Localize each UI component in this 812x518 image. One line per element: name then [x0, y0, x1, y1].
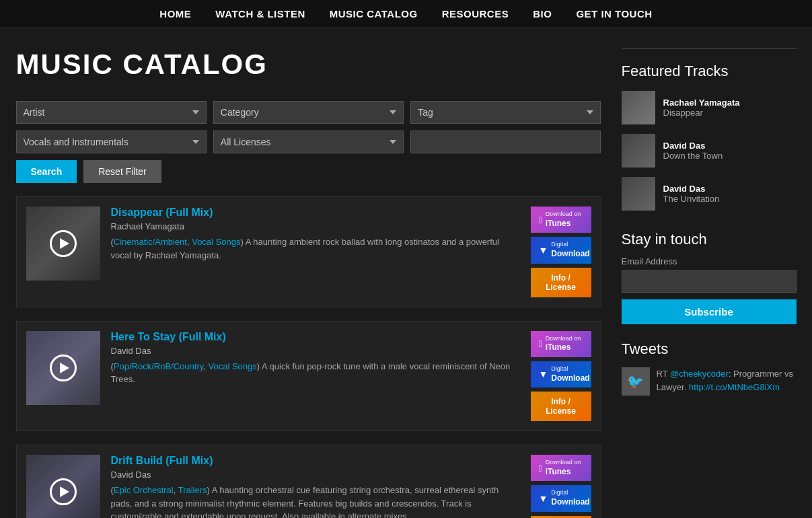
itunes-small-text: Download on	[546, 335, 581, 343]
category-filter[interactable]: Category	[213, 101, 404, 124]
itunes-small-text: Download on	[546, 459, 581, 467]
track-tag-1[interactable]: Epic Orchestral	[114, 485, 174, 495]
track-title[interactable]: Drift Build (Full Mix)	[111, 455, 520, 467]
main-nav: HOME WATCH & LISTEN MUSIC CATALOG RESOUR…	[0, 0, 812, 28]
download-icon: ▼	[539, 492, 548, 505]
itunes-button[interactable]:  Download on iTunes	[531, 455, 591, 481]
digital-download-button[interactable]: ▼ Digital Download	[531, 361, 591, 387]
itunes-small-text: Download on	[546, 211, 581, 219]
itunes-big-text: iTunes	[546, 219, 571, 229]
nav-home[interactable]: HOME	[159, 8, 191, 20]
track-info: Here To Stay (Full Mix) David Das (Pop/R…	[111, 331, 520, 386]
digital-big-text: Download	[551, 373, 589, 384]
tweets-title: Tweets	[622, 340, 797, 358]
track-tag-2[interactable]: Vocal Songs	[209, 361, 257, 371]
track-title[interactable]: Disappear (Full Mix)	[111, 207, 520, 219]
featured-item[interactable]: David Das The Unvitation	[622, 177, 797, 211]
itunes-button[interactable]:  Download on iTunes	[531, 331, 591, 357]
play-button[interactable]	[50, 230, 77, 257]
track-artist: David Das	[111, 346, 520, 356]
track-thumbnail[interactable]	[26, 455, 100, 518]
featured-thumbnail	[622, 91, 655, 124]
tweet-text: RT @cheekycoder: Programmer vs Lawyer. h…	[657, 367, 797, 394]
featured-thumbnail	[622, 177, 655, 211]
nav-get-in-touch[interactable]: GET IN TOUCH	[576, 8, 652, 20]
featured-track-name: The Unvitation	[663, 194, 720, 204]
download-icon: ▼	[539, 368, 548, 380]
featured-track-name: Disappear	[663, 108, 740, 118]
tweet-user-link[interactable]: @cheekycoder	[670, 369, 729, 379]
play-button[interactable]	[50, 355, 77, 381]
track-thumbnail[interactable]	[26, 207, 100, 281]
email-input[interactable]	[622, 270, 797, 293]
nav-watch-listen[interactable]: WATCH & LISTEN	[215, 8, 305, 20]
track-actions:  Download on iTunes ▼ Digital Download …	[531, 455, 591, 518]
filter-buttons: Search Reset Filter	[16, 160, 601, 183]
digital-small-text: Digital	[551, 241, 568, 249]
featured-artist: Rachael Yamagata	[663, 98, 740, 108]
track-description: (Cinematic/Ambient, Vocal Songs) A haunt…	[111, 235, 520, 262]
tweet-prefix: RT	[657, 369, 670, 379]
featured-artist: David Das	[663, 141, 723, 151]
itunes-button[interactable]:  Download on iTunes	[531, 207, 591, 233]
tweet-item: 🐦 RT @cheekycoder: Programmer vs Lawyer.…	[622, 367, 797, 396]
track-actions:  Download on iTunes ▼ Digital Download …	[531, 331, 591, 422]
artist-filter[interactable]: Artist	[16, 101, 207, 124]
tweet-url-link[interactable]: http://t.co/MtNbeG8iXm	[689, 382, 780, 392]
page-title: MUSIC CATALOG	[16, 48, 601, 81]
apple-icon: 	[539, 338, 542, 350]
nav-music-catalog[interactable]: MUSIC CATALOG	[330, 8, 418, 20]
track-description: (Pop/Rock/RnB/Country, Vocal Songs) A qu…	[111, 360, 520, 386]
play-button[interactable]	[50, 478, 77, 505]
track-info: Disappear (Full Mix) Rachael Yamagata (C…	[111, 207, 520, 262]
tweet-avatar: 🐦	[622, 367, 650, 396]
reset-filter-button[interactable]: Reset Filter	[83, 160, 161, 183]
digital-download-button[interactable]: ▼ Digital Download	[531, 485, 591, 511]
info-license-button[interactable]: Info / License	[531, 268, 591, 297]
apple-icon: 	[539, 462, 542, 474]
nav-resources[interactable]: RESOURCES	[442, 8, 509, 20]
digital-small-text: Digital	[551, 489, 568, 497]
apple-icon: 	[539, 214, 542, 226]
search-button[interactable]: Search	[16, 160, 77, 183]
featured-item[interactable]: David Das Down the Town	[622, 134, 797, 168]
track-title[interactable]: Here To Stay (Full Mix)	[111, 331, 520, 343]
tag-filter[interactable]: Tag	[410, 101, 601, 124]
track-tag-2[interactable]: Vocal Songs	[192, 237, 240, 247]
track-thumbnail[interactable]	[26, 331, 100, 405]
featured-item[interactable]: Rachael Yamagata Disappear	[622, 91, 797, 124]
keyword-filter[interactable]	[410, 131, 601, 153]
licenses-filter[interactable]: All Licenses	[213, 131, 404, 153]
featured-tracks-title: Featured Tracks	[622, 63, 797, 80]
track-artist: Rachael Yamagata	[111, 221, 520, 231]
track-artist: David Das	[111, 470, 520, 480]
main-content: MUSIC CATALOG Artist Category Tag Vocals…	[16, 48, 601, 518]
track-row: Here To Stay (Full Mix) David Das (Pop/R…	[16, 321, 601, 432]
itunes-big-text: iTunes	[546, 467, 571, 478]
track-actions:  Download on iTunes ▼ Digital Download …	[531, 207, 591, 297]
sidebar-divider	[622, 48, 797, 49]
digital-small-text: Digital	[551, 365, 568, 373]
featured-track-name: Down the Town	[663, 151, 723, 161]
vocals-filter[interactable]: Vocals and Instrumentals	[16, 131, 207, 153]
filter-row-2: Vocals and Instrumentals All Licenses	[16, 131, 601, 153]
featured-artist: David Das	[663, 184, 720, 194]
track-row: Drift Build (Full Mix) David Das (Epic O…	[16, 445, 601, 518]
nav-bio[interactable]: BIO	[533, 8, 552, 20]
track-description: (Epic Orchestral, Trailers) A haunting o…	[111, 484, 520, 518]
track-tag-1[interactable]: Cinematic/Ambient	[114, 237, 187, 247]
digital-big-text: Download	[551, 249, 589, 260]
digital-big-text: Download	[551, 497, 589, 508]
filter-section: Artist Category Tag Vocals and Instrumen…	[16, 101, 601, 183]
info-license-button[interactable]: Info / License	[531, 392, 591, 421]
stay-in-touch-title: Stay in touch	[622, 231, 797, 248]
featured-thumbnail	[622, 134, 655, 168]
track-tag-1[interactable]: Pop/Rock/RnB/Country	[114, 361, 203, 371]
subscribe-button[interactable]: Subscribe	[622, 299, 797, 324]
track-info: Drift Build (Full Mix) David Das (Epic O…	[111, 455, 520, 518]
track-tag-2[interactable]: Trailers	[178, 485, 207, 495]
track-row: Disappear (Full Mix) Rachael Yamagata (C…	[16, 196, 601, 307]
sidebar: Featured Tracks Rachael Yamagata Disappe…	[622, 48, 797, 518]
digital-download-button[interactable]: ▼ Digital Download	[531, 237, 591, 263]
filter-row-1: Artist Category Tag	[16, 101, 601, 124]
